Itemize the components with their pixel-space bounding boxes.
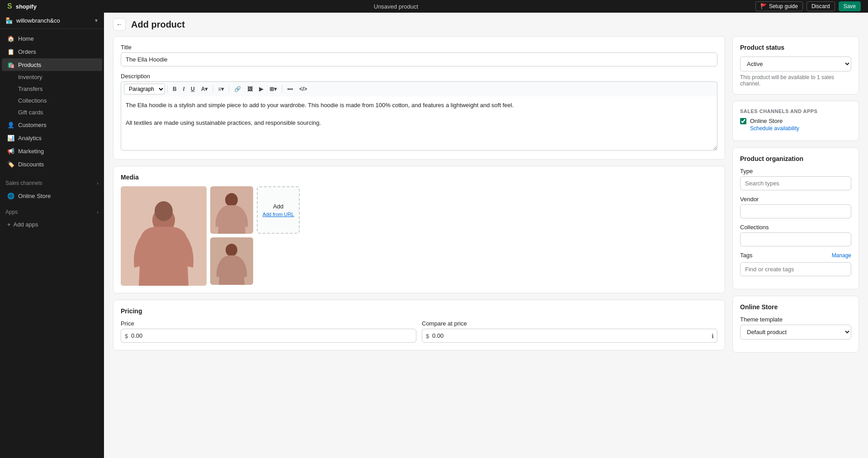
customers-icon: 👤 <box>7 121 14 128</box>
online-store-channel: Online Store Schedule availability <box>740 118 851 132</box>
price-label: Price <box>121 320 416 327</box>
align-button[interactable]: ≡▾ <box>215 85 226 94</box>
tags-input[interactable] <box>740 262 851 276</box>
two-col-layout: Title Description Paragraph B I U <box>104 36 868 362</box>
product-main-photo <box>121 186 207 286</box>
media-main-image[interactable] <box>121 186 207 286</box>
sales-channels-header[interactable]: Sales channels › <box>0 177 104 189</box>
flag-icon: 🚩 <box>760 3 767 9</box>
product-status-title: Product status <box>740 44 851 51</box>
media-thumb-1[interactable] <box>210 186 253 234</box>
sidebar-main-nav: 🏠 Home 📋 Orders 🛍️ Products Inventory Tr… <box>0 29 104 174</box>
image-button[interactable]: 🖼 <box>245 85 255 94</box>
save-label: Save <box>844 3 856 9</box>
compare-currency-symbol: $ <box>426 332 429 339</box>
sidebar-item-analytics[interactable]: 📊 Analytics <box>2 132 102 144</box>
sidebar-item-products[interactable]: 🛍️ Products <box>2 58 102 71</box>
setup-guide-button[interactable]: 🚩 Setup guide <box>755 1 803 11</box>
product-org-title: Product organization <box>740 155 851 162</box>
sidebar-item-products-label: Products <box>18 61 41 68</box>
product-org-card: Product organization Type Vendor Collect… <box>732 147 859 289</box>
sidebar-item-orders[interactable]: 📋 Orders <box>2 45 102 58</box>
sidebar-sub-gift-cards-label: Gift cards <box>18 109 43 116</box>
paragraph-select[interactable]: Paragraph <box>124 84 165 94</box>
price-currency-symbol: $ <box>125 332 128 339</box>
discard-label: Discard <box>811 3 830 9</box>
product-status-select[interactable]: Active Draft <box>740 57 851 71</box>
title-label: Title <box>121 44 717 51</box>
link-button[interactable]: 🔗 <box>231 85 244 94</box>
media-thumbnails <box>210 186 253 286</box>
page-title: Add product <box>131 19 185 30</box>
sales-channels-label: Sales channels <box>5 180 42 186</box>
svg-point-6 <box>226 244 237 256</box>
content-area: ← Add product Title Description <box>104 13 868 458</box>
media-title: Media <box>121 174 717 181</box>
sidebar: 🏪 willowbranch&co ▼ 🏠 Home 📋 Orders 🛍️ P… <box>0 13 104 458</box>
status-hint: This product will be available to 1 sale… <box>740 74 851 87</box>
compare-price-input[interactable] <box>422 329 717 343</box>
code-button[interactable]: </> <box>297 85 310 94</box>
table-button[interactable]: ⊞▾ <box>267 85 279 94</box>
description-toolbar: Paragraph B I U A▾ ≡▾ 🔗 🖼 <box>121 81 717 96</box>
sidebar-item-discounts[interactable]: 🏷️ Discounts <box>2 158 102 170</box>
more-button[interactable]: ••• <box>284 85 296 94</box>
store-selector[interactable]: 🏪 willowbranch&co ▼ <box>0 13 104 29</box>
back-icon: ← <box>116 21 123 28</box>
sidebar-item-online-store[interactable]: 🌐 Online Store <box>2 189 102 202</box>
title-input[interactable] <box>121 52 717 66</box>
sidebar-item-home[interactable]: 🏠 Home <box>2 32 102 45</box>
sidebar-sub-inventory[interactable]: Inventory <box>2 71 102 83</box>
media-card: Media <box>113 166 725 293</box>
topbar-page-status: Unsaved product <box>374 3 418 10</box>
italic-button[interactable]: I <box>180 85 187 94</box>
topbar-actions: 🚩 Setup guide Discard Save <box>755 1 861 11</box>
sidebar-item-customers[interactable]: 👤 Customers <box>2 118 102 131</box>
color-button[interactable]: A▾ <box>198 85 211 94</box>
collections-label: Collections <box>740 224 851 231</box>
media-thumb-2[interactable] <box>210 237 253 285</box>
underline-button[interactable]: U <box>188 85 198 94</box>
sales-channels-expand-icon: › <box>97 180 99 186</box>
save-button[interactable]: Save <box>839 1 861 11</box>
page-status-text: Unsaved product <box>374 3 418 10</box>
theme-template-select[interactable]: Default product <box>740 325 851 340</box>
info-icon[interactable]: ℹ <box>712 332 714 339</box>
discard-button[interactable]: Discard <box>807 1 835 11</box>
price-input[interactable] <box>121 329 416 343</box>
vendor-field: Vendor <box>740 196 851 218</box>
media-add-button[interactable]: Add Add from URL <box>257 186 300 234</box>
schedule-availability-link[interactable]: Schedule availability <box>750 125 799 132</box>
bold-button[interactable]: B <box>170 85 179 94</box>
svg-point-4 <box>225 193 238 207</box>
tags-manage-link[interactable]: Manage <box>832 252 851 259</box>
compare-price-input-wrapper: $ ℹ <box>422 329 717 343</box>
add-media-label: Add <box>273 203 283 210</box>
type-label: Type <box>740 168 851 175</box>
sidebar-sub-transfers[interactable]: Transfers <box>2 83 102 94</box>
online-store-checkbox[interactable] <box>740 118 746 124</box>
description-label: Description <box>121 73 717 80</box>
video-button[interactable]: ▶ <box>256 85 266 94</box>
sidebar-sub-gift-cards[interactable]: Gift cards <box>2 107 102 118</box>
tags-label: Tags <box>740 252 752 259</box>
product-status-card: Product status Active Draft This product… <box>732 36 859 94</box>
vendor-input[interactable] <box>740 204 851 218</box>
sidebar-item-marketing[interactable]: 📢 Marketing <box>2 145 102 157</box>
price-col: Price $ <box>121 320 416 343</box>
compare-price-label: Compare at price <box>422 320 717 327</box>
collections-input[interactable] <box>740 232 851 246</box>
online-store-card-title: Online Store <box>740 303 851 311</box>
online-store-channel-name: Online Store <box>750 118 783 124</box>
back-button[interactable]: ← <box>113 18 126 31</box>
page-header: ← Add product <box>104 13 868 36</box>
description-textarea[interactable]: The Ella hoodie is a stylish and simple … <box>121 96 717 151</box>
topbar: S shopify Unsaved product 🚩 Setup guide … <box>0 0 868 13</box>
home-icon: 🏠 <box>7 35 14 42</box>
type-input[interactable] <box>740 176 851 190</box>
sidebar-sub-collections[interactable]: Collections <box>2 95 102 106</box>
add-from-url-link[interactable]: Add from URL <box>263 212 294 217</box>
add-apps-button[interactable]: + Add apps <box>2 218 102 231</box>
store-name: willowbranch&co <box>16 17 90 24</box>
tags-field: Tags Manage <box>740 252 851 276</box>
